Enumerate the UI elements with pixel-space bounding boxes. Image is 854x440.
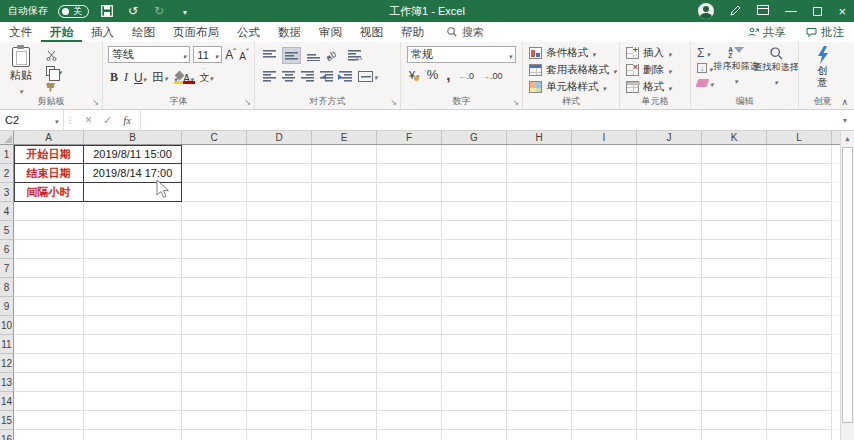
clipboard-dialog-launcher-icon[interactable]	[92, 98, 99, 107]
cell-J1[interactable]	[637, 145, 702, 164]
row-header-10[interactable]: 10	[0, 316, 14, 335]
cell-J9[interactable]	[637, 297, 702, 316]
format-as-table-button[interactable]: 套用表格格式	[525, 61, 617, 78]
row-header-15[interactable]: 15	[0, 411, 14, 430]
cell-D10[interactable]	[247, 316, 312, 335]
cell-L6[interactable]	[767, 240, 832, 259]
cell-A16[interactable]	[14, 430, 84, 440]
cell-J2[interactable]	[637, 164, 702, 183]
cell-B10[interactable]	[84, 316, 182, 335]
cell-L1[interactable]	[767, 145, 832, 164]
italic-button[interactable]: I	[124, 70, 128, 85]
cell-F5[interactable]	[377, 221, 442, 240]
cell-A12[interactable]	[14, 354, 84, 373]
sort-filter-button[interactable]: AZ 排序和筛选	[716, 44, 756, 96]
cell-C10[interactable]	[182, 316, 247, 335]
row-header-5[interactable]: 5	[0, 221, 14, 240]
tab-帮助[interactable]: 帮助	[392, 22, 433, 42]
cell-C2[interactable]	[182, 164, 247, 183]
tab-页面布局[interactable]: 页面布局	[164, 22, 228, 42]
share-button[interactable]: 共享	[738, 22, 796, 42]
column-header-F[interactable]: F	[377, 131, 442, 144]
insert-function-button[interactable]: fx	[123, 114, 131, 126]
format-painter-button[interactable]	[46, 81, 62, 93]
row-header-16[interactable]: 16	[0, 430, 14, 440]
cell-D2[interactable]	[247, 164, 312, 183]
vertical-scrollbar[interactable]	[840, 131, 854, 440]
cell-F2[interactable]	[377, 164, 442, 183]
tab-数据[interactable]: 数据	[269, 22, 310, 42]
column-header-E[interactable]: E	[312, 131, 377, 144]
cell-G12[interactable]	[442, 354, 507, 373]
cell-G9[interactable]	[442, 297, 507, 316]
cell-I12[interactable]	[572, 354, 637, 373]
autosum-button[interactable]: Σ	[697, 47, 716, 59]
cell-C12[interactable]	[182, 354, 247, 373]
cell-E12[interactable]	[312, 354, 377, 373]
cell-I16[interactable]	[572, 430, 637, 440]
cell-A7[interactable]	[14, 259, 84, 278]
cell-J14[interactable]	[637, 392, 702, 411]
lightning-bolt-icon[interactable]	[816, 46, 830, 64]
column-header-J[interactable]: J	[637, 131, 702, 144]
cell-G11[interactable]	[442, 335, 507, 354]
cell-B7[interactable]	[84, 259, 182, 278]
row-header-13[interactable]: 13	[0, 373, 14, 392]
cell-J5[interactable]	[637, 221, 702, 240]
conditional-formatting-button[interactable]: 条件格式	[525, 44, 617, 61]
autosave-toggle[interactable]: 关	[58, 5, 89, 18]
cell-A15[interactable]	[14, 411, 84, 430]
cell-C9[interactable]	[182, 297, 247, 316]
cell-I8[interactable]	[572, 278, 637, 297]
cell-H10[interactable]	[507, 316, 572, 335]
cell-G16[interactable]	[442, 430, 507, 440]
row-header-14[interactable]: 14	[0, 392, 14, 411]
cell-E3[interactable]	[312, 183, 377, 202]
align-center-button[interactable]	[282, 71, 295, 82]
cell-K4[interactable]	[702, 202, 767, 221]
alignment-dialog-launcher-icon[interactable]	[390, 98, 397, 107]
middle-align-button[interactable]	[282, 47, 301, 64]
cell-B8[interactable]	[84, 278, 182, 297]
cell-C3[interactable]	[182, 183, 247, 202]
cell-F11[interactable]	[377, 335, 442, 354]
bottom-align-button[interactable]	[307, 50, 320, 61]
cell-B6[interactable]	[84, 240, 182, 259]
cell-L2[interactable]	[767, 164, 832, 183]
cell-C6[interactable]	[182, 240, 247, 259]
column-header-A[interactable]: A	[14, 131, 84, 144]
row-header-7[interactable]: 7	[0, 259, 14, 278]
cell-A11[interactable]	[14, 335, 84, 354]
ribbon-display-options-button[interactable]	[757, 5, 769, 17]
find-select-button[interactable]: 查找和选择	[756, 44, 796, 96]
cell-G7[interactable]	[442, 259, 507, 278]
cell-L7[interactable]	[767, 259, 832, 278]
cell-B11[interactable]	[84, 335, 182, 354]
tab-审阅[interactable]: 审阅	[310, 22, 351, 42]
cell-L9[interactable]	[767, 297, 832, 316]
cell-D13[interactable]	[247, 373, 312, 392]
cell-D8[interactable]	[247, 278, 312, 297]
select-all-corner[interactable]	[0, 131, 14, 144]
cell-K7[interactable]	[702, 259, 767, 278]
cell-A5[interactable]	[14, 221, 84, 240]
cell-G1[interactable]	[442, 145, 507, 164]
cell-I9[interactable]	[572, 297, 637, 316]
cell-L8[interactable]	[767, 278, 832, 297]
cell-C13[interactable]	[182, 373, 247, 392]
cell-D6[interactable]	[247, 240, 312, 259]
top-align-button[interactable]	[263, 50, 276, 61]
cell-I13[interactable]	[572, 373, 637, 392]
tab-插入[interactable]: 插入	[82, 22, 123, 42]
cell-K15[interactable]	[702, 411, 767, 430]
cell-D1[interactable]	[247, 145, 312, 164]
cell-I3[interactable]	[572, 183, 637, 202]
cell-styles-button[interactable]: 单元格样式	[525, 78, 617, 95]
cell-K2[interactable]	[702, 164, 767, 183]
cell-F13[interactable]	[377, 373, 442, 392]
cell-J13[interactable]	[637, 373, 702, 392]
column-header-D[interactable]: D	[247, 131, 312, 144]
cell-F9[interactable]	[377, 297, 442, 316]
cell-D4[interactable]	[247, 202, 312, 221]
clear-button[interactable]	[697, 77, 716, 89]
